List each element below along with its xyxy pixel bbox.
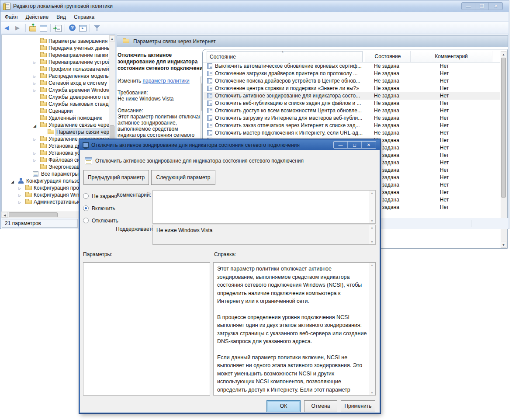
column-header-comment[interactable]: Комментарий	[411, 51, 492, 62]
setting-row[interactable]: Выключить автоматическое обновление корн…	[204, 62, 500, 70]
help-icon[interactable]	[67, 23, 77, 33]
tree-item-label[interactable]: Конфигурация Wind	[34, 191, 82, 198]
setting-row[interactable]: Отключить веб-публикацию в списке задач …	[204, 100, 500, 107]
setting-row[interactable]: Отключить доступ ко всем возможностям Це…	[204, 107, 500, 115]
ok-button[interactable]: ОК	[266, 400, 301, 412]
scroll-left-icon[interactable]: ◀	[2, 212, 8, 218]
radio-label[interactable]: Включить	[92, 205, 115, 212]
scroll-thumb[interactable]	[501, 58, 506, 198]
previous-setting-button[interactable]: Предыдущий параметр	[83, 170, 149, 185]
show-properties-icon[interactable]	[38, 23, 48, 33]
apply-button[interactable]: Применить	[341, 400, 375, 412]
minimize-icon[interactable]: —	[462, 3, 475, 10]
menu-item-4[interactable]: Справка	[70, 13, 98, 21]
scroll-down-icon[interactable]: ▼	[501, 242, 506, 248]
tree-item[interactable]: Удаленный помощник	[2, 115, 115, 121]
tree-item[interactable]: Перенаправление папки	[2, 52, 115, 59]
tree-item-label[interactable]: Распределенная модель (	[48, 73, 112, 80]
options-panel[interactable]	[83, 262, 210, 396]
minimize-icon[interactable]: —	[334, 142, 348, 148]
tree-item-label[interactable]: Перенаправление папки	[48, 52, 108, 59]
tree-item-label[interactable]: Конфигурация прог	[34, 184, 81, 191]
forward-arrow-icon[interactable]	[14, 23, 23, 33]
tree-item-label[interactable]: Службы доверенного пла	[48, 94, 111, 101]
textarea-scrollbar[interactable]	[369, 191, 375, 223]
menu-item-2[interactable]: Действие	[22, 13, 53, 21]
tree-item-label[interactable]: Передача учетных данны	[48, 45, 111, 52]
tree-item-label[interactable]: Энергонезав	[48, 163, 80, 170]
tree-item-label[interactable]: Профили пользователей	[48, 66, 109, 73]
textarea-scrollbar[interactable]	[369, 225, 375, 244]
up-folder-icon[interactable]	[28, 23, 38, 33]
column-header-state[interactable]: Состояние	[365, 51, 411, 62]
scroll-up-icon[interactable]: ▲	[501, 51, 506, 57]
tree-item-label[interactable]: Файловая сис	[48, 156, 83, 163]
tree-item[interactable]: Передача учетных данны	[2, 45, 115, 52]
radio-icon[interactable]	[83, 218, 89, 223]
setting-row[interactable]: Отключить активное зондирование для инди…	[204, 92, 500, 100]
close-icon[interactable]: ✕	[362, 142, 376, 148]
filter-icon[interactable]	[92, 23, 102, 33]
cancel-button[interactable]: Отмена	[304, 400, 337, 412]
tree-item[interactable]: Службы языковых станда	[2, 101, 115, 108]
menu-item-3[interactable]: Вид	[52, 13, 70, 21]
tree-item-label[interactable]: Служба времени Window	[48, 87, 110, 94]
edit-policy-link[interactable]: параметр политики	[142, 78, 189, 84]
comment-textarea[interactable]	[152, 190, 376, 224]
radio-option[interactable]: Отключить	[83, 217, 118, 224]
menu-item-1[interactable]: Файл	[1, 13, 22, 21]
back-arrow-icon[interactable]	[3, 23, 13, 33]
maximize-icon[interactable]: ❐	[475, 3, 489, 10]
tree-item-label[interactable]: Удаленный помощник	[48, 115, 102, 121]
tree-item-label[interactable]: Установка ус	[48, 149, 80, 156]
tree-item[interactable]: ▷Распределенная модель (	[2, 73, 115, 80]
column-header-setting[interactable]: Состояние	[207, 51, 363, 62]
tree-item-label[interactable]: Установка др	[48, 142, 81, 149]
tree-item[interactable]: ▷Служба времени Window	[2, 87, 115, 94]
help-panel[interactable]: Этот параметр политики отключает активно…	[213, 262, 376, 396]
tree-item[interactable]: Службы доверенного пла	[2, 94, 115, 101]
folder-icon	[25, 186, 32, 190]
tree-item[interactable]: Профили пользователей	[2, 66, 115, 73]
tree-item-label[interactable]: Административные	[34, 198, 81, 205]
close-icon[interactable]: ✕	[489, 3, 502, 10]
tree-item-label[interactable]: Параметры связи чер	[55, 128, 111, 135]
tree-item[interactable]: Параметры завершения р	[2, 38, 115, 45]
radio-option[interactable]: Включить	[83, 205, 118, 212]
tree-item[interactable]: ◢Управление связью через	[2, 121, 115, 128]
tree-item-label[interactable]: Параметры завершения р	[48, 38, 112, 45]
tree-item-label[interactable]: Службы языковых станда	[48, 101, 111, 108]
next-setting-button[interactable]: Следующий параметр	[151, 170, 215, 185]
help-scrollbar[interactable]	[369, 263, 375, 395]
expand-icon[interactable]: ▷	[18, 199, 24, 206]
export-list-icon[interactable]	[53, 23, 62, 33]
tree-item-label[interactable]: Сетевой вход в систему	[48, 80, 107, 87]
radio-option[interactable]: Не задано	[83, 193, 118, 199]
radio-icon[interactable]	[83, 205, 89, 211]
tree-item-label[interactable]: Конфигурация пользов	[26, 177, 82, 184]
setting-row[interactable]: Отключить загрузку из Интернета для маст…	[204, 115, 500, 122]
setting-row[interactable]: Отключение поиска драйверов устройств в …	[204, 77, 500, 85]
scroll-thumb[interactable]	[9, 212, 58, 217]
tree-item-label[interactable]: Перенаправление устрой	[48, 59, 111, 66]
tree-item-label[interactable]: Сценарии	[48, 108, 73, 115]
radio-icon[interactable]	[83, 193, 89, 199]
supported-on-field[interactable]: Не ниже Windows Vista	[152, 225, 376, 245]
scroll-up-icon[interactable]: ▲	[109, 35, 115, 42]
window-titlebar[interactable]: Редактор локальной групповой политики — …	[0, 0, 509, 12]
tree-item[interactable]: ▷Перенаправление устрой	[2, 59, 115, 66]
maximize-icon[interactable]: ◻	[348, 142, 362, 148]
setting-row[interactable]: Отключение центра справки и поддержки «З…	[204, 85, 500, 92]
show-console-tree-icon[interactable]	[78, 23, 87, 33]
setting-row[interactable]: Отключить заказ отпечатков через Интерне…	[204, 122, 500, 129]
tree-item[interactable]: ▷Сетевой вход в систему	[2, 80, 115, 87]
setting-row[interactable]: Отключить мастер подключения к Интернету…	[204, 129, 500, 137]
tree-item-label[interactable]: Все параметры	[41, 170, 79, 177]
radio-label[interactable]: Отключить	[92, 218, 118, 224]
radio-label[interactable]: Не задано	[92, 193, 117, 199]
tree-item[interactable]: Параметры связи чер	[2, 128, 115, 135]
setting-row[interactable]: Отключение загрузки драйверов принтера п…	[204, 70, 500, 77]
tree-item[interactable]: Сценарии	[2, 108, 115, 115]
tree-item-label[interactable]: Управление связью через	[48, 121, 111, 128]
dialog-titlebar[interactable]: Отключить активное зондирование для инди…	[80, 140, 380, 150]
